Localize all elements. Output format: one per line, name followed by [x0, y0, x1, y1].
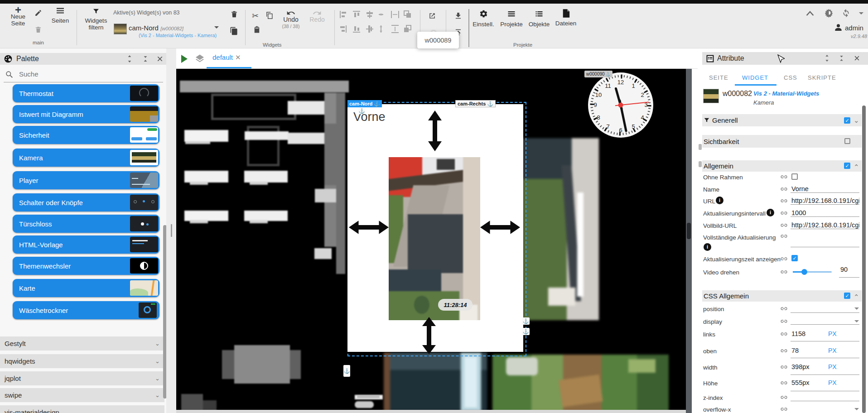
chevron-up-icon[interactable]: ⌃	[854, 163, 859, 171]
oben-unit-button[interactable]: PX	[828, 347, 837, 354]
attributes-scrollbar[interactable]	[862, 106, 866, 413]
video-drehen-value[interactable]: 90	[840, 266, 848, 273]
pages-button[interactable]: Seiten	[48, 7, 73, 24]
move-left-arrow[interactable]	[349, 220, 389, 235]
generell-checkbox[interactable]: ✓	[844, 117, 850, 124]
files-button[interactable]: Dateien	[554, 9, 578, 27]
link-icon[interactable]	[780, 318, 788, 324]
oben-input[interactable]: 78	[791, 347, 799, 354]
delete-widget-button[interactable]	[230, 10, 238, 19]
send-back-icon[interactable]	[404, 25, 411, 32]
anchor-toggle[interactable]: ⚓	[522, 328, 530, 335]
link-icon[interactable]	[780, 256, 788, 262]
anchor-toggle[interactable]: ⚓	[522, 317, 530, 325]
center-horizontal-icon[interactable]	[366, 11, 373, 18]
hoehe-unit-button[interactable]: PX	[828, 379, 837, 386]
width-unit-button[interactable]: PX	[828, 363, 837, 370]
edit-page-button[interactable]	[34, 9, 42, 17]
bring-front-icon[interactable]	[404, 11, 411, 18]
paste-button[interactable]	[253, 25, 261, 34]
palette-group-swipe[interactable]: swipe⌄	[0, 388, 164, 402]
interval-input[interactable]: 1000	[791, 209, 859, 216]
clock-widget[interactable]: 12 1 2 3 4 5 6 7 8 9 10 11	[587, 71, 655, 139]
link-icon[interactable]	[780, 380, 788, 386]
palette-group-materialdesign[interactable]: vis-materialdesign⌄	[0, 405, 164, 413]
width-input[interactable]: 398px	[791, 363, 810, 370]
collapse-toolbar-button[interactable]	[805, 10, 815, 16]
palette-expand-button[interactable]	[126, 54, 133, 63]
palette-collapse-button[interactable]	[142, 54, 149, 63]
overflowx-select[interactable]	[854, 408, 859, 410]
css-allgemein-checkbox[interactable]: ✓	[844, 293, 850, 299]
splitter-button[interactable]	[699, 161, 702, 167]
hoehe-input[interactable]: 555px	[791, 379, 810, 386]
align-right-icon[interactable]	[340, 25, 346, 33]
distribute-vertical-icon[interactable]	[380, 25, 382, 33]
attributes-close-button[interactable]	[854, 54, 860, 62]
search-input[interactable]	[18, 70, 133, 78]
open-widgetery-button[interactable]	[428, 11, 437, 20]
info-icon[interactable]: i	[767, 209, 774, 216]
splitter-button[interactable]	[699, 144, 702, 150]
link-icon[interactable]	[780, 174, 788, 180]
widget-selector[interactable]: cam-Nord [w000082] (Vis 2 - Material-Wid…	[114, 23, 218, 41]
links-input[interactable]: 1158	[791, 330, 805, 337]
panel-splitter[interactable]	[166, 48, 176, 413]
widget-info-set[interactable]: Vis 2 - Material-Widgets	[753, 90, 819, 97]
scrollbar-thumb[interactable]	[687, 223, 691, 239]
section-generell[interactable]: Generell	[702, 114, 862, 126]
tab-widget[interactable]: WIDGET	[742, 74, 768, 81]
video-drehen-slider[interactable]	[793, 271, 832, 273]
clock-widget-chip[interactable]: w000090⚓	[584, 71, 612, 77]
cut-button[interactable]: ✂	[252, 11, 259, 21]
center-vertical-icon[interactable]	[366, 25, 373, 33]
move-up-down-arrow[interactable]	[427, 110, 443, 151]
display-select[interactable]	[854, 320, 859, 322]
info-icon[interactable]: i	[704, 243, 711, 251]
chevron-up-icon[interactable]: ⌃	[854, 293, 859, 301]
attributes-expand-button[interactable]	[824, 54, 830, 62]
palette-group-jqplot[interactable]: jqplot⌄	[0, 371, 164, 385]
link-icon[interactable]	[780, 186, 788, 192]
cam-rechts-chip[interactable]: cam-Rechts⚓	[455, 100, 496, 107]
links-unit-button[interactable]: PX	[828, 330, 837, 337]
theme-toggle-button[interactable]	[824, 8, 834, 18]
ohne-rahmen-checkbox[interactable]	[791, 173, 798, 180]
palette-item-sicherheit[interactable]: Sicherheit	[13, 126, 159, 144]
palette-item-kamera[interactable]: Kamera	[13, 149, 159, 167]
section-allgemein[interactable]: Allgemein	[702, 160, 862, 172]
url-input[interactable]: http://192.168.0.191/cgi-bi	[791, 197, 859, 204]
link-icon[interactable]	[780, 331, 788, 337]
link-icon[interactable]	[780, 222, 788, 228]
tab-close-icon[interactable]: ✕	[235, 53, 241, 62]
allgemein-checkbox[interactable]: ✓	[844, 163, 850, 169]
anchor-toggle[interactable]: ⚓	[358, 108, 365, 114]
link-icon[interactable]	[780, 306, 788, 312]
info-icon[interactable]: i	[716, 197, 723, 204]
canvas-vertical-scrollbar[interactable]	[686, 69, 692, 413]
align-bottom-icon[interactable]	[353, 26, 360, 32]
move-down-arrow[interactable]	[421, 317, 437, 354]
palette-item-waeschetrockner[interactable]: Wäschetrockner	[13, 301, 159, 319]
delete-page-button[interactable]	[34, 25, 42, 34]
filter-widgets-button[interactable]: Widgets filtern	[83, 7, 109, 31]
refresh-button[interactable]	[841, 9, 851, 18]
undo-button[interactable]: Undo (38 / 38)	[281, 10, 301, 30]
menu-caret-icon[interactable]	[859, 12, 863, 14]
redo-button[interactable]: Redo	[307, 10, 327, 23]
chevron-down-icon[interactable]: ⌄	[854, 116, 859, 125]
slider-thumb[interactable]	[801, 269, 807, 275]
new-page-button[interactable]: + Neue Seite	[6, 6, 30, 27]
user-avatar[interactable]	[834, 24, 842, 31]
layers-button[interactable]	[194, 53, 205, 64]
palette-group-hqwidgets[interactable]: hqwidgets⌄	[0, 354, 164, 368]
import-widgets-button[interactable]	[454, 11, 463, 20]
cam-nord-chip[interactable]: cam-Nord⚓	[347, 100, 382, 107]
canvas-horizontal-scrollbar[interactable]	[176, 410, 686, 413]
tab-css[interactable]: CSS	[784, 74, 797, 81]
section-sichtbarkeit[interactable]: Sichtbarkeit	[702, 135, 862, 148]
clone-widget-button[interactable]	[230, 26, 238, 36]
move-right-arrow[interactable]	[480, 220, 520, 235]
projects-button[interactable]: Projekte	[498, 11, 525, 28]
palette-item-player[interactable]: Player	[13, 171, 159, 189]
